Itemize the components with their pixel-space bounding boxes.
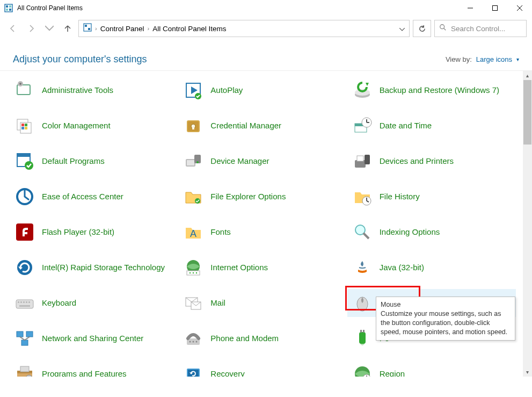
svg-marker-23 (366, 83, 369, 86)
view-by-value: Large icons (476, 55, 512, 63)
svg-rect-88 (360, 330, 362, 333)
cpl-item-internet-opts[interactable]: Internet Options (178, 254, 347, 281)
scrollbar[interactable]: ▴ ▾ (523, 71, 532, 377)
cpl-item-ease-access[interactable]: Ease of Access Center (10, 183, 178, 211)
chevron-right-icon[interactable]: › (95, 25, 97, 32)
scroll-down-button[interactable]: ▾ (523, 367, 532, 377)
breadcrumb-root[interactable]: Control Panel (100, 25, 144, 33)
nav-back-button[interactable] (5, 21, 20, 36)
color-mgmt-icon (14, 115, 35, 136)
svg-rect-66 (16, 300, 33, 308)
cpl-item-intel-rst[interactable]: Intel(R) Rapid Storage Technology (10, 254, 178, 281)
keyboard-icon (14, 292, 35, 314)
svg-rect-87 (359, 332, 366, 344)
indexing-icon (352, 221, 373, 243)
cpl-item-recovery[interactable]: Recovery (178, 360, 347, 377)
address-bar[interactable]: › Control Panel › All Control Panel Item… (78, 20, 410, 37)
svg-rect-6 (493, 6, 498, 11)
chevron-right-icon[interactable]: › (147, 25, 149, 32)
cpl-item-java[interactable]: Java (32-bit) (347, 254, 516, 281)
svg-rect-4 (9, 9, 11, 11)
search-input[interactable]: Search Control... (434, 20, 527, 37)
cpl-item-label: Default Programs (42, 156, 105, 167)
cpl-item-flash-player[interactable]: Flash Player (32-bit) (10, 218, 178, 246)
content-area: Administrative ToolsAutoPlayBackup and R… (0, 70, 532, 377)
nav-forward-button[interactable] (24, 21, 39, 36)
view-by-selector[interactable]: View by: Large icons ▾ (446, 55, 519, 63)
cpl-item-fonts[interactable]: AFonts (178, 218, 347, 246)
svg-rect-33 (192, 126, 194, 129)
cpl-item-label: Mail (210, 298, 225, 308)
cpl-item-label: Devices and Printers (380, 156, 454, 167)
tooltip-title: Mouse (381, 300, 511, 309)
cpl-item-label: Programs and Features (42, 369, 127, 377)
cpl-item-device-mgr[interactable]: Device Manager (178, 147, 347, 175)
ease-access-icon (14, 186, 35, 207)
cpl-item-backup-restore[interactable]: Backup and Restore (Windows 7) (347, 76, 516, 104)
file-history-icon (352, 186, 373, 207)
svg-line-81 (20, 337, 25, 340)
page-heading: Adjust your computer's settings (13, 54, 147, 65)
svg-rect-67 (18, 301, 19, 303)
cpl-item-label: Network and Sharing Center (42, 334, 143, 344)
fonts-icon: A (183, 221, 204, 243)
phone-modem-icon (183, 328, 204, 349)
subheader: Adjust your computer's settings View by:… (0, 41, 532, 70)
svg-line-13 (444, 28, 446, 31)
svg-rect-11 (88, 28, 90, 30)
cpl-item-indexing[interactable]: Indexing Options (347, 218, 516, 246)
cpl-item-region[interactable]: Region (347, 360, 516, 377)
close-button[interactable] (507, 0, 532, 16)
svg-rect-1 (6, 5, 8, 8)
svg-point-84 (190, 341, 191, 343)
cpl-item-programs-features[interactable]: Programs and Features (10, 360, 178, 377)
scroll-up-button[interactable]: ▴ (523, 71, 532, 80)
minimize-button[interactable] (458, 0, 483, 16)
cpl-item-autoplay[interactable]: AutoPlay (178, 76, 347, 104)
intel-rst-icon (14, 257, 35, 278)
autoplay-icon (183, 80, 204, 101)
cpl-item-color-mgmt[interactable]: Color Management (10, 112, 178, 140)
cpl-item-network-sharing[interactable]: Network and Sharing Center (10, 324, 178, 352)
cpl-item-label: Backup and Restore (Windows 7) (380, 85, 499, 96)
internet-opts-icon (183, 257, 204, 278)
cpl-item-file-history[interactable]: File History (347, 183, 516, 211)
svg-rect-43 (187, 160, 194, 165)
cpl-item-label: Internet Options (210, 263, 268, 273)
address-dropdown-button[interactable] (399, 24, 405, 33)
svg-point-65 (196, 272, 197, 273)
cpl-item-date-time[interactable]: Date and Time (347, 112, 516, 140)
svg-rect-89 (363, 330, 365, 333)
navbar: › Control Panel › All Control Panel Item… (0, 16, 532, 41)
devices-printers-icon (352, 150, 373, 172)
svg-rect-79 (26, 331, 33, 337)
nav-up-button[interactable] (60, 21, 75, 36)
refresh-button[interactable] (413, 20, 431, 37)
svg-point-12 (440, 25, 444, 29)
cpl-item-default-programs[interactable]: Default Programs (10, 147, 178, 175)
cpl-item-mail[interactable]: Mail (178, 289, 347, 317)
tooltip-body: Customize your mouse settings, such as t… (381, 310, 507, 336)
svg-point-45 (196, 161, 199, 163)
cpl-item-phone-modem[interactable]: Phone and Modem (178, 324, 347, 352)
cpl-item-credential-mgr[interactable]: Credential Manager (178, 112, 347, 140)
scroll-thumb[interactable] (523, 80, 531, 145)
breadcrumb-current[interactable]: All Control Panel Items (152, 25, 226, 33)
cpl-item-file-explorer-opts[interactable]: File Explorer Options (178, 183, 347, 211)
chevron-down-icon: ▾ (516, 56, 519, 62)
svg-rect-80 (21, 340, 28, 345)
cpl-item-devices-printers[interactable]: Devices and Printers (347, 147, 516, 175)
maximize-button[interactable] (483, 0, 507, 16)
cpl-item-admin-tools[interactable]: Administrative Tools (10, 76, 178, 104)
nav-recent-dropdown[interactable] (42, 21, 57, 36)
network-sharing-icon (14, 328, 35, 349)
svg-point-85 (193, 341, 194, 343)
cpl-item-label: Java (32-bit) (380, 263, 424, 273)
cpl-item-label: Fonts (210, 227, 231, 237)
svg-point-63 (190, 272, 191, 273)
cpl-item-label: Recovery (210, 369, 244, 377)
svg-rect-10 (85, 25, 87, 27)
svg-point-77 (361, 298, 363, 302)
cpl-item-label: Phone and Modem (210, 334, 279, 344)
cpl-item-keyboard[interactable]: Keyboard (10, 289, 178, 317)
